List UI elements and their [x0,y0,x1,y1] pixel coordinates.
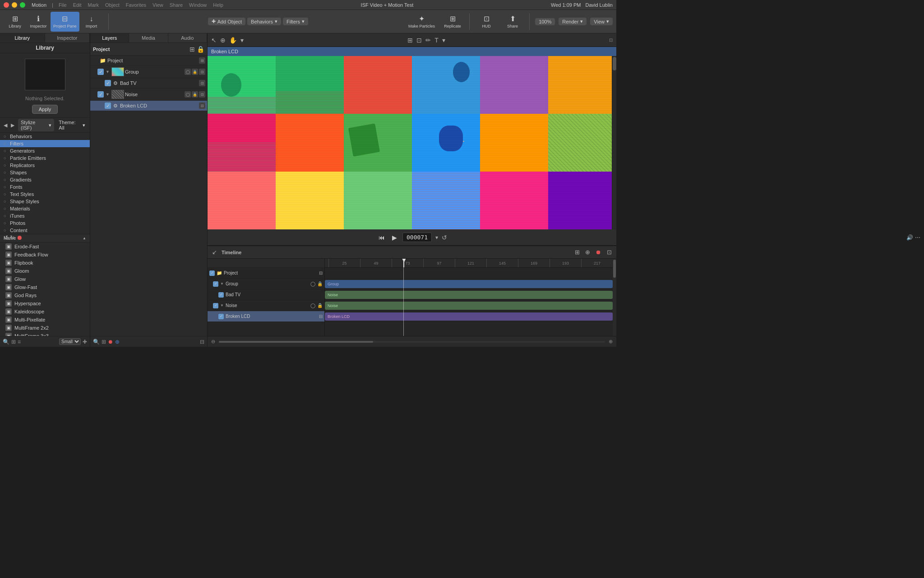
size-selector[interactable]: Small [59,338,81,345]
tab-inspector[interactable]: Inspector [45,33,90,42]
list-view-icon[interactable]: ≡ [18,339,21,345]
timeline-add-icon[interactable]: ⊕ [584,248,591,256]
scrollbar-thumb[interactable] [613,57,616,70]
noise-lock[interactable]: 🔒 [192,91,198,98]
broken-lcd-check[interactable]: ✓ [105,103,111,109]
search-icon[interactable]: 🔍 [3,339,9,345]
item-multiframe-3x3[interactable]: ▣ MultiFrame 3x3 [0,332,90,336]
record-icon[interactable]: ⏺ [16,234,23,241]
filters-pill[interactable]: Filters ▾ [283,18,308,25]
timeline-row-bad-tv[interactable]: ✓ Bad TV [208,289,324,300]
canvas-main[interactable] [208,56,616,229]
item-glow[interactable]: ▣ Glow [0,275,90,283]
close-button[interactable] [4,2,9,8]
cat-photos[interactable]: ○ Photos [0,219,90,227]
view-control[interactable]: View ▾ [590,18,613,25]
layers-search-icon[interactable]: 🔍 [93,339,100,345]
timeline-row-project[interactable]: ✓ 📁 Project ⊟ [208,268,324,279]
item-glow-fast[interactable]: ▣ Glow-Fast [0,283,90,291]
noise-check[interactable]: ✓ [97,91,104,98]
timeline-zoom-in-icon[interactable]: ⊕ [609,339,613,345]
undo-icon[interactable]: ↺ [4,234,8,241]
nav-forward[interactable]: ▶ [10,122,15,128]
canvas-text-icon[interactable]: T [434,37,439,44]
nav-back[interactable]: ◀ [3,122,8,128]
canvas-pan-icon[interactable]: ✋ [229,37,237,44]
layers-options2-icon[interactable]: ⊟ [200,339,204,345]
canvas-resize-icon[interactable]: ⊡ [609,37,613,42]
loop-icon[interactable]: ↺ [442,234,447,241]
apply-button[interactable]: Apply [32,105,58,114]
canvas-draw-icon[interactable]: ✏ [425,37,431,44]
cat-gradients[interactable]: ○ Gradients [0,176,90,183]
item-multi-pixellate[interactable]: ▣ Multi-Pixellate [0,316,90,324]
cat-generators[interactable]: ○ Generators [0,147,90,154]
zoom-control[interactable]: 100% [535,18,555,25]
cat-shapes[interactable]: ○ Shapes [0,169,90,176]
cat-text-styles[interactable]: ○ Text Styles [0,191,90,198]
cat-materials[interactable]: ○ Materials [0,205,90,212]
layer-bad-tv[interactable]: ✓ ⚙ Bad TV ⊡ [90,78,207,89]
share-button[interactable]: ⬆ Share [501,12,524,32]
canvas-display-icon[interactable]: ▾ [442,37,445,44]
timeline-arrow-icon[interactable]: ↙ [211,248,218,256]
item-multiframe-2x2[interactable]: ▣ MultiFrame 2x2 [0,324,90,332]
layer-group[interactable]: ✓ ▼ Group ◯ 🔒 ⊡ [90,66,207,78]
cat-content[interactable]: ○ Content [0,227,90,234]
group-lock[interactable]: 🔒 [192,69,198,75]
item-hyperspace[interactable]: ▣ Hyperspace [0,299,90,308]
replicate-button[interactable]: ⊞ Replicate [441,12,464,32]
group-check[interactable]: ✓ [97,69,104,75]
canvas-overlay-icon[interactable]: ⊞ [407,37,413,44]
canvas-snap-icon[interactable]: ⊡ [416,37,422,44]
library-button[interactable]: ⊞ Library [4,12,26,32]
cat-filters[interactable]: ○ Filters [0,140,90,147]
layers-record-icon[interactable]: ⏺ [108,339,113,345]
item-kaleidoscope[interactable]: ▣ Kaleidoscope [0,308,90,316]
render-control[interactable]: Render ▾ [559,18,587,25]
group-solo[interactable]: ⊡ [199,69,205,75]
cat-fonts[interactable]: ○ Fonts [0,183,90,191]
bad-tv-check[interactable]: ✓ [105,80,111,86]
group-hide[interactable]: ◯ [185,69,191,75]
canvas-scrollbar[interactable] [612,56,616,229]
item-god-rays[interactable]: ▣ God Rays [0,291,90,299]
noise-hide[interactable]: ◯ [185,91,191,98]
timeline-playhead-icon[interactable]: ⊡ [606,248,613,256]
timeline-zoom-slider[interactable] [219,341,605,343]
broken-lcd-action[interactable]: ⊡ [199,103,205,109]
canvas-select-icon[interactable]: ↖ [211,37,217,44]
layers-grid-icon[interactable]: ⊞ [102,339,106,345]
bad-tv-action[interactable]: ⊡ [199,80,205,86]
cat-shape-styles[interactable]: ○ Shape Styles [0,198,90,205]
redo-icon[interactable]: ↻ [10,234,14,241]
cat-particle-emitters[interactable]: ○ Particle Emitters [0,154,90,162]
layers-options-icon[interactable]: ⊞ [189,46,195,53]
hud-button[interactable]: ⊡ HUD [475,12,498,32]
add-icon[interactable]: ✚ [83,339,87,345]
item-feedback-flow[interactable]: ▣ Feedback Flow [0,251,90,259]
track-scrollbar[interactable] [613,259,616,336]
make-particles-button[interactable]: ✦ Make Particles [406,12,438,32]
noise-solo[interactable]: ⊡ [199,91,205,98]
layer-broken-lcd[interactable]: ✓ ⚙ Broken LCD ⊡ [90,101,207,111]
stylize-selector[interactable]: Stylize (ISF) ▾ [18,119,54,131]
playhead[interactable] [403,259,404,267]
tab-library[interactable]: Library [0,33,45,42]
cat-behaviors[interactable]: ○ Behaviors [0,133,90,140]
canvas-transform-icon[interactable]: ⊕ [220,37,226,44]
timeline-row-group[interactable]: ✓ ▼ Group ◯ 🔒 [208,279,324,289]
add-object-pill[interactable]: ✚ Add Object [208,18,245,25]
layer-project[interactable]: 📁 Project ⊟ [90,56,207,66]
timeline-record-icon[interactable]: ⏺ [595,248,602,256]
item-flipbook[interactable]: ▣ Flipbook [0,259,90,267]
tab-audio[interactable]: Audio [168,33,207,42]
project-pane-button[interactable]: ⊟ Project Pane [51,12,79,32]
minimize-button[interactable] [12,2,17,8]
fullscreen-button[interactable] [20,2,25,8]
timeline-zoom-icon[interactable]: ⊖ [211,339,215,345]
layers-lock-icon[interactable]: 🔒 [197,46,204,53]
timeline-grid-icon[interactable]: ⊞ [574,248,581,256]
theme-selector[interactable]: Theme: All ▾ [57,120,87,131]
play-button[interactable]: ▶ [390,232,399,243]
